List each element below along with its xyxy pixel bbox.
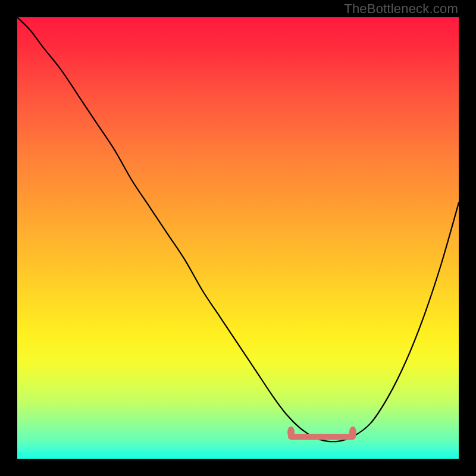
curve-svg [17, 17, 459, 459]
bottleneck-curve-line [17, 17, 459, 441]
flat-end-marker [349, 426, 356, 438]
watermark-text: TheBottleneck.com [344, 1, 458, 17]
plot-area [17, 17, 459, 459]
figure-frame: TheBottleneck.com [0, 0, 476, 476]
flat-start-marker [287, 426, 295, 438]
